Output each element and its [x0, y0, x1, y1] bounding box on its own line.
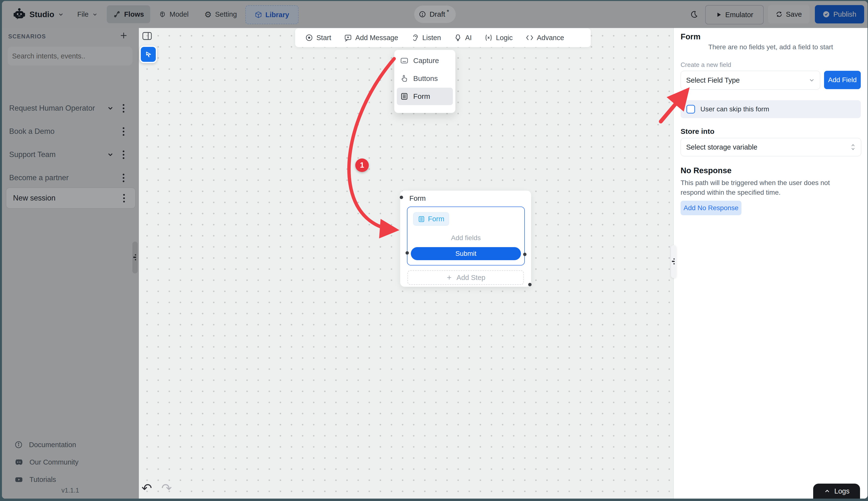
panel-resize-handle[interactable]: [671, 245, 676, 278]
add-scenario-button[interactable]: [119, 31, 128, 40]
form-step-block[interactable]: Form Add fields Submit: [407, 206, 525, 266]
form-node[interactable]: Form Form Add fields Submit Add Step: [400, 191, 531, 287]
store-into-label: Store into: [681, 127, 715, 136]
kebab-menu-icon[interactable]: [123, 194, 125, 202]
node-title: Form: [409, 194, 426, 202]
chevron-down-icon[interactable]: [107, 105, 114, 112]
sort-chevrons-icon: [850, 143, 856, 151]
publish-button[interactable]: Publish: [815, 5, 864, 23]
add-field-button[interactable]: Add Field: [824, 71, 861, 89]
draft-dirty-indicator: *: [447, 8, 449, 16]
discord-icon: [14, 458, 23, 467]
emulator-button[interactable]: Emulator: [705, 5, 764, 24]
step-left-port[interactable]: [406, 251, 409, 255]
tab-flows[interactable]: Flows: [107, 5, 150, 23]
menu-item-buttons[interactable]: Buttons: [397, 70, 453, 87]
tab-model[interactable]: Model: [159, 1, 189, 28]
sidebar-resize-handle[interactable]: [132, 242, 138, 274]
logic-icon: [485, 34, 492, 42]
form-settings-panel: Form There are no fields yet, add a fiel…: [674, 28, 868, 499]
warning-circle-icon: [419, 11, 426, 18]
play-icon: [716, 12, 722, 18]
storage-variable-select[interactable]: Select storage variable: [681, 138, 861, 156]
scenario-item[interactable]: Book a Demo: [2, 120, 139, 142]
listen-label: Listen: [422, 34, 441, 42]
brain-icon: [159, 11, 166, 18]
search-input[interactable]: [8, 46, 132, 65]
field-type-value: Select Field Type: [686, 76, 740, 84]
add-step-button[interactable]: Add Step: [407, 270, 524, 285]
storage-variable-value: Select storage variable: [686, 143, 757, 151]
palette-start[interactable]: Start: [305, 34, 331, 42]
info-icon: [14, 440, 23, 449]
palette-advance[interactable]: Advance: [526, 34, 564, 42]
scenario-item[interactable]: Become a partner: [2, 167, 139, 189]
ai-label: AI: [465, 34, 472, 42]
chevron-down-icon: [58, 11, 64, 18]
cube-icon: [255, 11, 262, 18]
robot-logo-icon: [13, 8, 26, 21]
add-step-label: Add Step: [457, 274, 485, 282]
logs-label: Logs: [834, 487, 850, 495]
community-link[interactable]: Our Community: [2, 454, 151, 471]
palette-add-message[interactable]: Add Message: [344, 34, 398, 42]
scenario-item[interactable]: Support Team: [2, 143, 139, 166]
node-palette-toolbar: Start Add Message Listen AI Logi: [295, 28, 591, 47]
add-message-icon: [344, 34, 352, 42]
tab-setting[interactable]: ⚙ Setting: [204, 1, 237, 28]
flow-canvas[interactable]: Start Add Message Listen AI Logi: [139, 28, 673, 499]
ear-icon: [411, 34, 419, 42]
kebab-menu-icon[interactable]: [123, 127, 125, 136]
palette-ai[interactable]: AI: [454, 34, 472, 42]
documentation-link[interactable]: Documentation: [2, 436, 151, 453]
form-document-icon: [400, 92, 408, 100]
kebab-menu-icon[interactable]: [123, 150, 125, 159]
collapse-sidebar-icon[interactable]: [142, 32, 152, 40]
undo-icon[interactable]: ↶: [141, 482, 152, 494]
version-label: v1.1.1: [2, 487, 139, 494]
ai-brain-icon: [454, 34, 462, 42]
tab-library[interactable]: Library: [245, 5, 299, 24]
save-button[interactable]: Save: [768, 5, 810, 23]
add-fields-placeholder[interactable]: Add fields: [407, 234, 524, 242]
scenario-label: New session: [13, 194, 123, 202]
node-corner-port[interactable]: [528, 283, 532, 286]
form-chip-icon: [418, 215, 425, 223]
tutorials-link[interactable]: Tutorials: [2, 471, 151, 488]
tutorial-step-badge: 1: [355, 159, 369, 172]
file-menu[interactable]: File: [77, 1, 98, 28]
emulator-label: Emulator: [725, 11, 753, 19]
pointer-tool-button[interactable]: [140, 46, 157, 63]
palette-logic[interactable]: Logic: [485, 34, 513, 42]
node-input-port[interactable]: [400, 196, 403, 199]
setting-label: Setting: [215, 10, 237, 18]
scenario-item[interactable]: Request Human Operator: [2, 97, 139, 119]
panel-title: Form: [681, 32, 701, 41]
brand-menu[interactable]: Studio: [13, 1, 64, 28]
add-no-response-button[interactable]: Add No Response: [681, 201, 741, 215]
palette-listen[interactable]: Listen: [411, 34, 441, 42]
submit-output-port[interactable]: [523, 253, 526, 256]
skip-form-checkbox[interactable]: [686, 105, 695, 114]
scenario-item-selected[interactable]: New session: [6, 188, 136, 209]
flow-icon: [113, 10, 121, 18]
kebab-menu-icon[interactable]: [123, 104, 125, 113]
advance-label: Advance: [537, 34, 564, 42]
pointing-hand-icon: [400, 74, 408, 83]
publish-label: Publish: [833, 10, 856, 18]
chevron-down-icon[interactable]: [107, 151, 114, 158]
form-chip: Form: [413, 212, 449, 226]
menu-item-capture[interactable]: Capture: [397, 52, 453, 69]
scenario-label: Become a partner: [9, 173, 123, 182]
field-type-select[interactable]: Select Field Type: [681, 71, 820, 89]
listen-dropdown-menu: Capture Buttons Form: [394, 50, 456, 113]
theme-toggle[interactable]: [689, 1, 698, 28]
form-label: Form: [413, 92, 430, 100]
redo-icon[interactable]: ↷: [161, 482, 172, 494]
app-window: Studio File Flows: [2, 1, 868, 499]
logs-button[interactable]: Logs: [813, 483, 860, 499]
submit-button[interactable]: Submit: [411, 247, 521, 260]
menu-item-form[interactable]: Form: [397, 88, 453, 105]
draft-status-badge: Draft *: [414, 6, 456, 23]
kebab-menu-icon[interactable]: [123, 174, 125, 182]
